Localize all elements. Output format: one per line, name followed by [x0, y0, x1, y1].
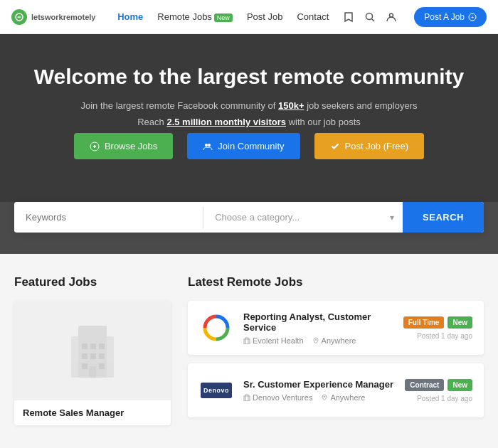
svg-rect-19 — [89, 366, 96, 378]
svg-point-7 — [205, 144, 208, 146]
tag-posted-2: Posted 1 day ago — [417, 395, 472, 402]
main-content: Featured Jobs Remote Sales — [0, 254, 498, 447]
post-job-free-label: Post Job (Free) — [345, 141, 409, 151]
svg-rect-12 — [90, 343, 96, 349]
site-logo[interactable]: letsworkremotely — [11, 9, 95, 25]
featured-title: Featured Jobs — [14, 275, 171, 289]
hero-sub2: Reach 2.5 million monthly visitors with … — [14, 117, 484, 127]
latest-section: Latest Remote Jobs Reporting Analyst, Cu… — [188, 275, 484, 426]
bookmark-icon-button[interactable] — [343, 11, 354, 23]
job-title-1: Reporting Analyst, Customer Service — [243, 311, 393, 333]
post-job-free-button[interactable]: Post Job (Free) — [314, 133, 425, 159]
logo-icon — [11, 9, 27, 25]
job-title-2: Sr. Customer Experience Manager — [243, 379, 395, 390]
browse-jobs-button[interactable]: Browse Jobs — [74, 133, 173, 159]
job-location-2: Anywhere — [321, 393, 365, 402]
nav-icons: Post A Job + — [343, 7, 487, 27]
nav-post-job[interactable]: Post Job — [247, 11, 283, 22]
browse-jobs-label: Browse Jobs — [105, 141, 157, 151]
search-icon-button[interactable] — [364, 11, 376, 23]
job-meta-2: Denovo Ventures Anywhere — [243, 393, 395, 402]
job-tags-1: Full Time New Posted 1 day ago — [403, 316, 472, 340]
nav-contact[interactable]: Contact — [297, 11, 329, 22]
svg-rect-13 — [99, 343, 105, 349]
hero-section: Welcome to the largest remote community … — [0, 34, 498, 202]
nav-home[interactable]: Home — [117, 11, 143, 22]
svg-point-8 — [208, 144, 211, 146]
job-logo-evolent — [199, 311, 233, 345]
navbar: letsworkremotely Home Remote JobsNew Pos… — [0, 0, 498, 34]
nav-badge: New — [214, 14, 233, 22]
post-job-button[interactable]: Post A Job + — [414, 7, 487, 27]
tag-contract-2: Contract — [405, 379, 444, 391]
latest-title: Latest Remote Jobs — [188, 275, 484, 289]
join-community-label: Join Community — [218, 141, 284, 151]
nav-remote-jobs[interactable]: Remote JobsNew — [157, 11, 233, 22]
tag-row-2: Contract New — [405, 379, 472, 391]
svg-point-26 — [324, 396, 325, 398]
svg-rect-14 — [82, 353, 88, 359]
svg-rect-22 — [245, 338, 248, 344]
post-job-label: Post A Job — [424, 12, 465, 22]
hero-buttons: Browse Jobs Join Community Post Job (Fre… — [14, 133, 484, 159]
hero-subtitle: Join the largest remote Facebook communi… — [14, 100, 484, 111]
job-item-2[interactable]: Denovo Sr. Customer Experience Manager D… — [188, 363, 484, 417]
user-icon-button[interactable] — [386, 11, 397, 23]
logo-text: letsworkremotely — [31, 13, 95, 21]
svg-rect-16 — [99, 353, 105, 359]
featured-job-card[interactable]: Remote Sales Manager — [14, 301, 171, 425]
denovo-logo-img: Denovo — [201, 383, 232, 398]
svg-rect-17 — [82, 363, 88, 369]
tag-fulltime-1: Full Time — [403, 316, 445, 329]
featured-job-image — [14, 301, 171, 400]
svg-rect-18 — [99, 363, 105, 369]
svg-rect-11 — [82, 343, 88, 349]
svg-point-23 — [315, 339, 317, 341]
job-company-1: Evolent Health — [243, 336, 304, 345]
svg-line-2 — [372, 18, 375, 21]
svg-rect-25 — [245, 395, 248, 401]
tag-new-2: New — [447, 379, 472, 391]
job-info-2: Sr. Customer Experience Manager Denovo V… — [243, 379, 395, 402]
category-select[interactable]: Choose a category... — [203, 202, 403, 233]
job-location-1: Anywhere — [312, 336, 356, 345]
featured-job-title: Remote Sales Manager — [14, 400, 171, 425]
category-select-wrap: Choose a category... — [203, 202, 403, 233]
search-bar: Choose a category... SEARCH — [14, 202, 484, 233]
job-info-1: Reporting Analyst, Customer Service Evol… — [243, 311, 393, 345]
job-item[interactable]: Reporting Analyst, Customer Service Evol… — [188, 301, 484, 355]
svg-point-1 — [366, 13, 373, 19]
job-meta-1: Evolent Health Anywhere — [243, 336, 393, 345]
svg-text:+: + — [471, 14, 475, 21]
tag-posted-1: Posted 1 day ago — [417, 332, 472, 340]
job-company-2: Denovo Ventures — [243, 393, 312, 402]
job-logo-denovo: Denovo — [199, 373, 233, 407]
search-section: Choose a category... SEARCH — [0, 202, 498, 254]
tag-new-1: New — [447, 316, 472, 329]
tag-row-1: Full Time New — [403, 316, 472, 329]
job-tags-2: Contract New Posted 1 day ago — [405, 379, 472, 402]
svg-rect-15 — [90, 353, 96, 359]
join-community-button[interactable]: Join Community — [187, 133, 300, 159]
svg-rect-21 — [244, 339, 250, 344]
svg-rect-24 — [244, 396, 250, 401]
keywords-input[interactable] — [14, 202, 203, 233]
featured-section: Featured Jobs Remote Sales — [14, 275, 171, 426]
hero-title: Welcome to the largest remote community — [14, 63, 484, 90]
hero-link-150k[interactable]: 150k+ — [278, 100, 304, 111]
search-button[interactable]: SEARCH — [403, 202, 484, 233]
hero-link-visitors: 2.5 million monthly visitors — [166, 117, 286, 127]
nav-links: Home Remote JobsNew Post Job Contact — [117, 11, 329, 22]
